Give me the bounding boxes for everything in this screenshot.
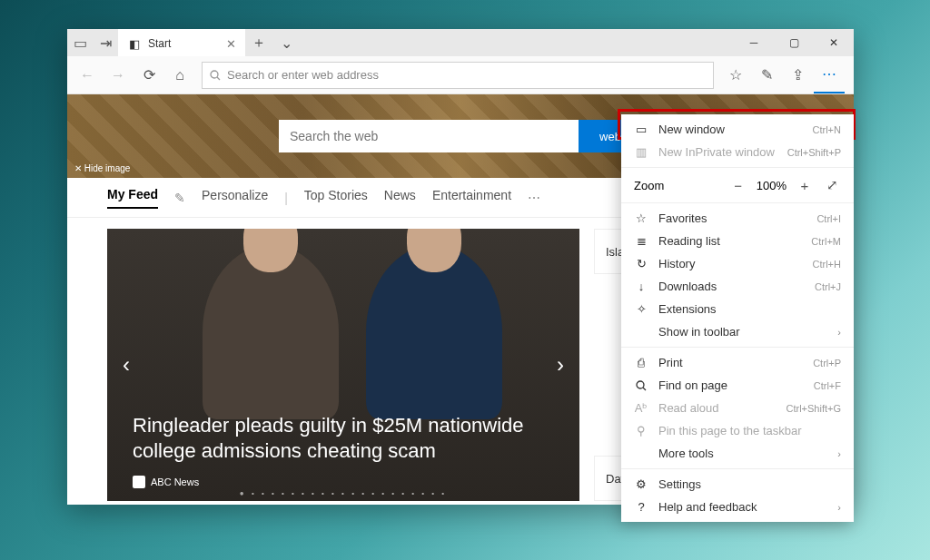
feed-more-icon[interactable]: ⋯ [528,191,540,205]
headline-text: Ringleader pleads guilty in $25M nationw… [133,413,554,465]
print-icon: ⎙ [634,356,648,370]
maximize-button[interactable]: ▢ [774,29,814,56]
menu-read-aloud[interactable]: Aᵇ Read aloud Ctrl+Shift+G [621,397,854,419]
feed-tab-myfeed[interactable]: My Feed [107,187,158,209]
star-icon: ☆ [634,211,648,226]
hide-image-link[interactable]: ✕ Hide image [74,163,130,173]
search-icon [210,70,221,81]
feed-tab-personalize[interactable]: Personalize [202,188,268,208]
more-menu: ▭ New window Ctrl+N ▥ New InPrivate wind… [621,114,854,522]
fullscreen-button[interactable]: ⤢ [823,177,841,193]
address-placeholder: Search or enter web address [227,68,379,82]
zoom-value: 100% [757,179,787,192]
history-icon: ↻ [634,257,648,271]
address-bar[interactable]: Search or enter web address [202,62,714,89]
titlebar: ▭ ⇥ ◧ Start ✕ ＋ ⌄ ─ ▢ ✕ [67,29,854,56]
tab-start[interactable]: ◧ Start ✕ [118,29,245,56]
window-icon: ▭ [634,123,648,137]
page-icon: ◧ [127,36,142,51]
puzzle-icon: ✧ [634,302,648,317]
svg-point-0 [211,71,218,78]
photo-placeholder [203,245,339,419]
carousel-dots: ● • • • • • • • • • • • • • • • • • • • … [240,489,447,497]
refresh-button[interactable]: ⟳ [134,61,163,90]
carousel-prev-icon[interactable]: ‹ [113,351,140,378]
carousel-next-icon[interactable]: › [547,351,574,378]
menu-new-inprivate[interactable]: ▥ New InPrivate window Ctrl+Shift+P [621,141,854,163]
menu-pin[interactable]: ⚲ Pin this page to the taskbar [621,419,854,442]
inprivate-icon: ▥ [634,145,648,160]
zoom-out-button[interactable]: − [729,178,747,193]
menu-new-window[interactable]: ▭ New window Ctrl+N [621,118,854,141]
set-aside-icon[interactable]: ⇥ [93,29,118,56]
web-search: web [279,120,642,152]
menu-extensions[interactable]: ✧ Extensions [621,298,854,320]
favorite-button[interactable]: ☆ [721,61,750,90]
search-icon [634,378,648,393]
toolbar: ← → ⟳ ⌂ Search or enter web address ☆ ✎ … [67,56,854,94]
taskview-icon[interactable]: ▭ [67,29,93,56]
list-icon: ≣ [634,234,648,249]
home-button[interactable]: ⌂ [165,61,194,90]
chevron-right-icon: › [837,448,841,459]
tab-title: Start [148,37,171,50]
edge-browser-window: ▭ ⇥ ◧ Start ✕ ＋ ⌄ ─ ▢ ✕ ← → ⟳ ⌂ Search o… [67,29,854,505]
menu-find[interactable]: Find on page Ctrl+F [621,374,854,397]
help-icon: ? [634,500,648,515]
chevron-right-icon: › [837,327,841,338]
close-window-button[interactable]: ✕ [814,29,854,56]
gear-icon: ⚙ [634,477,648,492]
feed-tab-entertainment[interactable]: Entertainment [432,188,511,208]
menu-reading-list[interactable]: ≣ Reading list Ctrl+M [621,230,854,252]
share-button[interactable]: ⇪ [783,61,812,90]
speaker-icon: Aᵇ [634,401,648,416]
more-menu-button[interactable]: ⋯ [814,57,845,93]
web-search-input[interactable] [279,120,579,152]
tab-close-icon[interactable]: ✕ [226,37,236,51]
new-tab-button[interactable]: ＋ [245,29,272,56]
photo-placeholder [366,245,502,419]
menu-more-tools[interactable]: More tools › [621,442,854,465]
svg-point-2 [637,381,644,388]
headline-card[interactable]: ‹ › Ringleader pleads guilty in $25M nat… [107,229,579,501]
download-icon: ↓ [634,280,648,294]
chevron-right-icon: › [837,502,841,513]
feed-tab-topstories[interactable]: Top Stories [304,188,368,208]
pencil-icon[interactable]: ✎ [174,191,185,205]
window-controls: ─ ▢ ✕ [734,29,854,56]
back-button[interactable]: ← [73,61,102,90]
minimize-button[interactable]: ─ [734,29,774,56]
menu-zoom: Zoom − 100% + ⤢ [621,172,854,199]
menu-history[interactable]: ↻ History Ctrl+H [621,252,854,275]
menu-print[interactable]: ⎙ Print Ctrl+P [621,351,854,374]
svg-line-3 [643,388,646,390]
svg-line-1 [217,77,220,80]
feed-tab-news[interactable]: News [384,188,416,208]
menu-help[interactable]: ? Help and feedback › [621,496,854,518]
source-label: ABC News [133,476,199,488]
notes-button[interactable]: ✎ [752,61,781,90]
zoom-in-button[interactable]: + [796,178,814,193]
menu-settings[interactable]: ⚙ Settings [621,473,854,496]
menu-favorites[interactable]: ☆ Favorites Ctrl+I [621,207,854,230]
tab-chevron-icon[interactable]: ⌄ [272,29,300,56]
menu-downloads[interactable]: ↓ Downloads Ctrl+J [621,275,854,298]
pin-icon: ⚲ [634,424,648,438]
menu-show-toolbar[interactable]: Show in toolbar › [621,320,854,343]
source-icon [133,476,145,488]
forward-button[interactable]: → [104,61,133,90]
